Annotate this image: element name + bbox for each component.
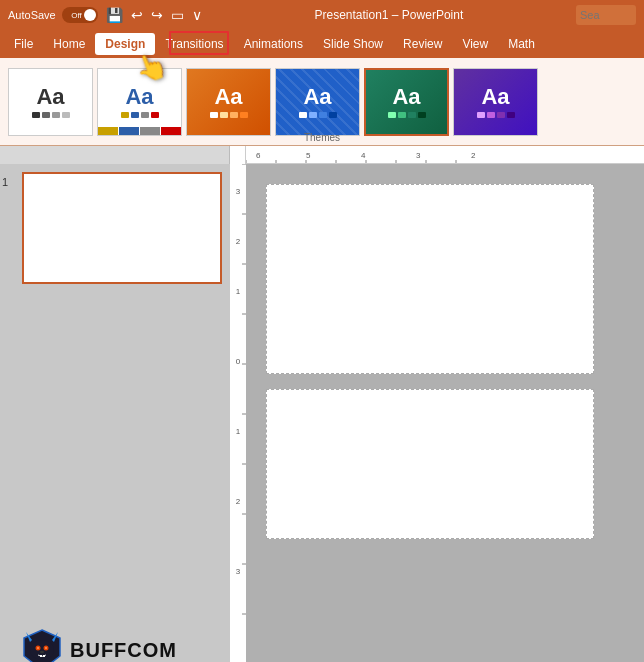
canvas-area[interactable] <box>246 164 644 662</box>
ruler-left-spacer <box>0 146 230 164</box>
theme-dot-2 <box>309 112 317 118</box>
theme-aa-label: Aa <box>481 86 509 108</box>
slide-workspace <box>266 184 624 662</box>
theme-dot-3 <box>230 112 238 118</box>
svg-point-20 <box>40 651 44 653</box>
vertical-ruler: 3 2 1 0 1 2 3 <box>230 164 246 662</box>
autosave-label: AutoSave <box>8 9 56 21</box>
title-right-group <box>576 5 636 25</box>
svg-text:3: 3 <box>236 567 241 576</box>
ruler-v-svg: 3 2 1 0 1 2 3 <box>230 164 246 662</box>
theme-dot-1 <box>210 112 218 118</box>
theme-aa-label: Aa <box>303 86 331 108</box>
theme-dots <box>477 112 515 118</box>
title-bar: AutoSave Off 💾 ↩ ↪ ▭ ∨ Presentation1 – P… <box>0 0 644 30</box>
svg-text:3: 3 <box>416 151 421 160</box>
theme-dot-1 <box>388 112 396 118</box>
theme-dots <box>388 112 426 118</box>
horizontal-ruler: 6 5 4 3 2 <box>246 146 644 164</box>
theme-aa-label: Aa <box>392 86 420 108</box>
buffcom-text: BUFFCOM <box>70 639 177 662</box>
theme-item-blue-pattern[interactable]: Aa <box>275 68 360 136</box>
svg-point-19 <box>45 647 47 649</box>
svg-rect-21 <box>40 655 42 657</box>
ruler-container: 6 5 4 3 2 <box>0 146 644 164</box>
theme-aa-label: Aa <box>125 86 153 108</box>
menu-item-file[interactable]: File <box>4 33 43 55</box>
theme-dot-2 <box>487 112 495 118</box>
theme-dot-4 <box>151 112 159 118</box>
theme-dot-2 <box>220 112 228 118</box>
ruler-svg: 6 5 4 3 2 <box>246 146 644 164</box>
theme-item-office[interactable]: Aa <box>8 68 93 136</box>
ruler-corner <box>230 146 246 164</box>
svg-text:5: 5 <box>306 151 311 160</box>
main-area: 1 <box>0 164 644 662</box>
title-placeholder[interactable] <box>266 184 594 374</box>
menu-item-home[interactable]: Home <box>43 33 95 55</box>
svg-text:1: 1 <box>236 287 241 296</box>
svg-text:0: 0 <box>236 357 241 366</box>
svg-text:2: 2 <box>236 237 241 246</box>
theme-dot-4 <box>507 112 515 118</box>
theme-item-purple[interactable]: Aa <box>453 68 538 136</box>
theme-dot-1 <box>32 112 40 118</box>
ribbon: Aa Aa Aa <box>0 58 644 146</box>
theme-dot-3 <box>408 112 416 118</box>
menu-item-animations[interactable]: Animations <box>234 33 313 55</box>
svg-text:2: 2 <box>236 497 241 506</box>
window-title: Presentation1 – PowerPoint <box>202 8 576 22</box>
theme-item-orange[interactable]: Aa <box>186 68 271 136</box>
theme-aa-label: Aa <box>36 86 64 108</box>
svg-text:3: 3 <box>236 187 241 196</box>
theme-dot-3 <box>319 112 327 118</box>
menu-item-view[interactable]: View <box>452 33 498 55</box>
menu-item-transitions[interactable]: Transitions <box>155 33 233 55</box>
menu-item-slideshow[interactable]: Slide Show <box>313 33 393 55</box>
menu-item-design[interactable]: Design <box>95 33 155 55</box>
present-icon[interactable]: ▭ <box>171 7 184 23</box>
theme-dot-4 <box>329 112 337 118</box>
svg-text:1: 1 <box>236 427 241 436</box>
theme-dot-3 <box>141 112 149 118</box>
more-icon[interactable]: ∨ <box>192 7 202 23</box>
theme-item-green[interactable]: Aa <box>364 68 449 136</box>
theme-dot-1 <box>477 112 485 118</box>
svg-text:4: 4 <box>361 151 366 160</box>
theme-item-lines[interactable]: Aa <box>97 68 182 136</box>
theme-dots <box>299 112 337 118</box>
redo-icon[interactable]: ↪ <box>151 7 163 23</box>
theme-dot-1 <box>121 112 129 118</box>
theme-dot-2 <box>131 112 139 118</box>
theme-aa-label: Aa <box>214 86 242 108</box>
theme-dot-4 <box>418 112 426 118</box>
undo-icon[interactable]: ↩ <box>131 7 143 23</box>
subtitle-placeholder[interactable] <box>266 389 594 539</box>
buffcom-icon <box>20 628 64 662</box>
theme-dot-4 <box>62 112 70 118</box>
toggle-circle <box>84 9 96 21</box>
toolbar-icons: 💾 ↩ ↪ ▭ ∨ <box>106 7 202 23</box>
theme-dots <box>121 112 159 118</box>
save-icon[interactable]: 💾 <box>106 7 123 23</box>
svg-point-18 <box>37 647 39 649</box>
menu-item-math[interactable]: Math <box>498 33 545 55</box>
slide-thumbnail[interactable] <box>22 172 222 284</box>
theme-dots <box>32 112 70 118</box>
theme-dot-1 <box>299 112 307 118</box>
theme-dot-4 <box>240 112 248 118</box>
autosave-toggle[interactable]: Off <box>62 7 98 23</box>
svg-rect-22 <box>43 655 45 657</box>
buffcom-logo-area: BUFFCOM <box>20 628 177 662</box>
autosave-group: AutoSave Off <box>8 7 98 23</box>
slide-number: 1 <box>2 176 8 188</box>
search-input[interactable] <box>576 5 636 25</box>
menu-item-review[interactable]: Review <box>393 33 452 55</box>
theme-dot-2 <box>42 112 50 118</box>
slide-panel: 1 <box>0 164 230 662</box>
ribbon-themes-label: Themes <box>304 132 340 143</box>
theme-dot-2 <box>398 112 406 118</box>
theme-dots <box>210 112 248 118</box>
svg-text:6: 6 <box>256 151 261 160</box>
theme-dot-3 <box>52 112 60 118</box>
